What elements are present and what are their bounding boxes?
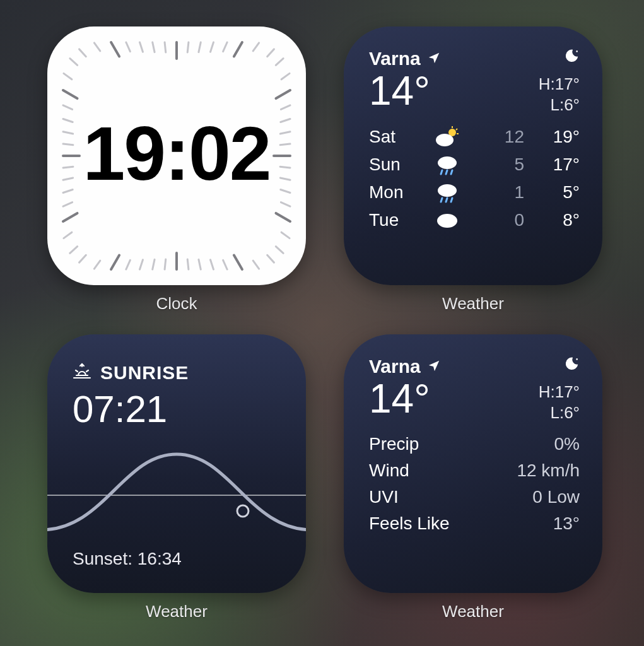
svg-line-77 (86, 370, 88, 372)
svg-line-41 (63, 203, 73, 207)
svg-line-55 (111, 42, 119, 57)
forecast-day: Tue (369, 210, 430, 230)
moon-icon (539, 356, 580, 377)
svg-line-13 (280, 132, 290, 134)
location-arrow-icon (427, 48, 441, 69)
svg-line-68 (446, 170, 447, 174)
sunrise-title: SUNRISE (100, 362, 189, 384)
forecast-high: 19° (536, 127, 580, 147)
svg-line-71 (441, 198, 442, 202)
svg-point-60 (576, 50, 578, 52)
svg-point-74 (437, 214, 457, 228)
svg-line-28 (199, 259, 201, 269)
weather-location: Varna (369, 48, 421, 69)
svg-line-16 (280, 167, 290, 168)
weather-detail-widget[interactable]: Varna 14° H:17° L:6° Pr (344, 334, 602, 593)
svg-line-34 (126, 260, 131, 269)
svg-line-47 (63, 132, 73, 134)
svg-line-10 (276, 90, 290, 98)
detail-label: Wind (369, 461, 409, 481)
svg-line-44 (63, 167, 73, 168)
svg-point-70 (438, 184, 457, 197)
weather-current-temp: 14° (369, 379, 441, 419)
svg-line-32 (153, 259, 155, 269)
detail-row: Wind 12 km/h (369, 461, 580, 481)
weather-detail-slot: Varna 14° H:17° L:6° Pr (344, 334, 602, 621)
svg-line-35 (111, 255, 119, 269)
sunrise-widget[interactable]: SUNRISE 07:21 Sunset: 16:34 (47, 334, 306, 593)
weather-forecast-widget[interactable]: Varna 14° H:17° L:6° Sa (344, 26, 602, 285)
weather-high: H:17° (539, 382, 580, 402)
clock-widget-slot: 19:02 Clock (47, 26, 306, 314)
svg-line-5 (234, 42, 242, 57)
weather-detail-caption: Weather (344, 602, 602, 621)
svg-line-52 (70, 59, 78, 66)
svg-line-23 (267, 255, 274, 262)
svg-line-37 (79, 255, 86, 262)
svg-line-51 (64, 73, 72, 79)
svg-line-36 (94, 261, 100, 269)
weather-location: Varna (369, 356, 421, 377)
detail-row: Feels Like 13° (369, 514, 580, 534)
svg-line-6 (253, 43, 259, 51)
rain-icon (430, 182, 465, 203)
detail-rows: Precip 0% Wind 12 km/h UVI 0 Low Feels L… (369, 434, 580, 534)
detail-value: 12 km/h (517, 461, 580, 481)
location-arrow-icon (427, 356, 441, 377)
detail-label: UVI (369, 487, 399, 507)
svg-point-81 (576, 358, 578, 360)
clock-widget[interactable]: 19:02 (47, 26, 306, 285)
svg-line-53 (79, 49, 86, 57)
svg-line-18 (281, 190, 290, 193)
forecast-row: Sat 12 19° (369, 126, 580, 148)
forecast-row: Sun 5 17° (369, 154, 580, 175)
svg-line-29 (187, 259, 189, 269)
detail-value: 0% (554, 434, 580, 454)
svg-line-22 (276, 247, 283, 254)
svg-line-26 (223, 260, 228, 269)
forecast-low: 1 (465, 182, 536, 203)
svg-line-54 (94, 43, 100, 51)
detail-value: 13° (553, 514, 580, 534)
svg-line-50 (63, 90, 78, 98)
weather-forecast-caption: Weather (344, 294, 602, 314)
svg-line-9 (281, 73, 290, 79)
sunrise-widget-slot: SUNRISE 07:21 Sunset: 16:34 Weather (47, 334, 306, 621)
svg-line-38 (70, 247, 78, 254)
weather-low: L:6° (539, 402, 580, 423)
sunset-label: Sunset: 16:34 (73, 549, 182, 569)
svg-line-56 (126, 42, 131, 52)
svg-line-4 (223, 42, 228, 52)
svg-line-43 (63, 178, 73, 180)
svg-line-12 (281, 119, 290, 122)
sunrise-caption: Weather (47, 602, 306, 621)
forecast-low: 0 (465, 210, 536, 230)
forecast-high: 8° (536, 210, 580, 230)
forecast-low: 12 (465, 127, 536, 147)
forecast-day: Mon (369, 182, 430, 203)
svg-line-48 (63, 119, 73, 122)
partly-sunny-icon (430, 126, 465, 148)
svg-line-31 (165, 259, 166, 269)
svg-line-27 (211, 260, 214, 269)
svg-line-2 (199, 42, 201, 52)
detail-label: Feels Like (369, 514, 450, 534)
svg-line-11 (281, 105, 290, 110)
svg-line-57 (140, 42, 143, 52)
svg-line-39 (64, 232, 72, 238)
moon-icon (539, 48, 580, 69)
clock-caption: Clock (47, 294, 306, 314)
svg-line-40 (63, 213, 78, 221)
forecast-day: Sun (369, 155, 430, 175)
svg-line-33 (140, 260, 143, 269)
forecast-high: 5° (536, 182, 580, 203)
svg-line-17 (280, 178, 290, 180)
detail-label: Precip (369, 434, 419, 454)
svg-point-80 (237, 505, 249, 517)
forecast-row: Mon 1 5° (369, 182, 580, 203)
forecast-high: 17° (536, 155, 580, 175)
svg-line-58 (153, 42, 155, 52)
svg-line-14 (280, 144, 290, 145)
svg-line-72 (446, 198, 447, 202)
svg-line-42 (63, 190, 73, 193)
